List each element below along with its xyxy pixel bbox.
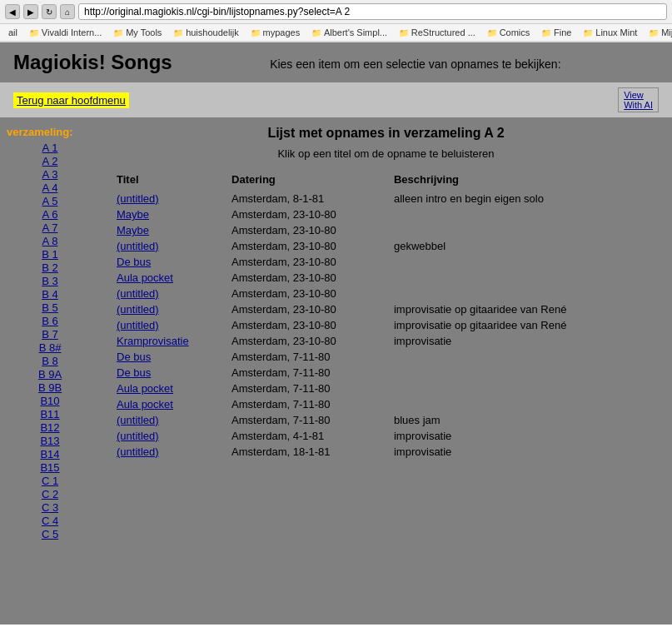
- sidebar-link[interactable]: A 3: [7, 168, 93, 181]
- bookmark-mijngroepen[interactable]: Mijn groepen ...: [645, 27, 672, 38]
- sidebar-link[interactable]: B 9B: [7, 381, 93, 394]
- song-desc-cell: [394, 270, 655, 286]
- sidebar-link[interactable]: B 9A: [7, 368, 93, 381]
- sidebar-links: A 1A 2A 3A 4A 5A 6A 7A 8B 1B 2B 3B 4B 5B…: [7, 142, 93, 540]
- song-title-link[interactable]: De bus: [117, 351, 151, 363]
- song-title-cell: (untitled): [117, 317, 231, 333]
- sidebar-link[interactable]: A 5: [7, 195, 93, 207]
- view-with-ai-button[interactable]: ViewWith AI: [618, 87, 659, 112]
- sidebar-link[interactable]: C 5: [7, 528, 93, 540]
- sidebar-link[interactable]: B 4: [7, 288, 93, 301]
- song-title-link[interactable]: (untitled): [117, 414, 159, 426]
- song-title-cell: Maybe: [117, 222, 231, 238]
- sidebar-link[interactable]: C 3: [7, 501, 93, 514]
- table-row: MaybeAmsterdam, 23-10-80: [117, 207, 655, 222]
- song-desc-cell: improvisatie op gitaaridee van René: [394, 317, 655, 333]
- sidebar-link[interactable]: B 7: [7, 328, 93, 341]
- song-date-cell: Amsterdam, 23-10-80: [231, 286, 394, 301]
- sidebar-link[interactable]: B13: [7, 435, 93, 447]
- sidebar-link[interactable]: B 5: [7, 301, 93, 314]
- sidebar-link[interactable]: C 4: [7, 515, 93, 527]
- bookmark-mail[interactable]: ail: [5, 27, 21, 38]
- bookmark-huishoudelijk[interactable]: huishoudelijk: [170, 27, 241, 38]
- sidebar-link[interactable]: A 2: [7, 155, 93, 167]
- song-title-link[interactable]: (untitled): [117, 192, 159, 205]
- song-title-link[interactable]: De bus: [117, 366, 151, 379]
- sidebar-link[interactable]: C 2: [7, 488, 93, 500]
- main-layout: verzameling: A 1A 2A 3A 4A 5A 6A 7A 8B 1…: [0, 117, 672, 549]
- song-title-link[interactable]: Kramprovisatie: [117, 335, 189, 347]
- sidebar-link[interactable]: B15: [7, 461, 93, 474]
- song-date-cell: Amsterdam, 23-10-80: [231, 222, 394, 238]
- song-title-link[interactable]: (untitled): [117, 445, 159, 458]
- bookmark-linuxmint[interactable]: Linux Mint: [580, 27, 640, 38]
- col-header-title: Titel: [117, 172, 231, 191]
- song-desc-cell: [394, 254, 655, 270]
- back-button[interactable]: ◀: [5, 4, 20, 19]
- sidebar-link[interactable]: B11: [7, 408, 93, 421]
- song-title-link[interactable]: Aula pocket: [117, 398, 173, 411]
- song-title-link[interactable]: Maybe: [117, 224, 149, 236]
- table-row: (untitled)Amsterdam, 23-10-80gekwebbel: [117, 238, 655, 254]
- bookmark-vivaldi[interactable]: Vivaldi Intern...: [26, 27, 105, 38]
- song-title-link[interactable]: Maybe: [117, 208, 149, 221]
- song-title-link[interactable]: Aula pocket: [117, 271, 173, 284]
- sidebar-link[interactable]: B12: [7, 421, 93, 434]
- browser-toolbar: ◀ ▶ ↻ ⌂: [0, 0, 672, 24]
- sidebar-link[interactable]: B 6: [7, 315, 93, 327]
- bookmark-fine[interactable]: Fine: [538, 27, 575, 38]
- sidebar-link[interactable]: A 6: [7, 208, 93, 221]
- sidebar-link[interactable]: A 8: [7, 235, 93, 247]
- song-date-cell: Amsterdam, 7-11-80: [231, 396, 394, 412]
- song-date-cell: Amsterdam, 23-10-80: [231, 207, 394, 222]
- song-title-link[interactable]: Aula pocket: [117, 382, 173, 395]
- song-title-link[interactable]: (untitled): [117, 240, 159, 252]
- bookmark-alberts[interactable]: Albert's Simpl...: [308, 27, 391, 38]
- sidebar-link[interactable]: B 2: [7, 261, 93, 274]
- song-date-cell: Amsterdam, 23-10-80: [231, 317, 394, 333]
- song-desc-cell: improvisatie op gitaaridee van René: [394, 301, 655, 317]
- song-title-link[interactable]: De bus: [117, 256, 151, 268]
- song-title-cell: (untitled): [117, 412, 231, 428]
- sidebar-link[interactable]: A 4: [7, 182, 93, 194]
- song-desc-cell: improvisatie: [394, 333, 655, 349]
- sidebar-link[interactable]: B14: [7, 448, 93, 460]
- song-title-cell: (untitled): [117, 301, 231, 317]
- sidebar-link[interactable]: C 1: [7, 475, 93, 487]
- sidebar-link[interactable]: B 8#: [7, 341, 93, 354]
- sidebar-link[interactable]: A 1: [7, 142, 93, 154]
- bookmark-mytools[interactable]: My Tools: [110, 27, 165, 38]
- content-subtitle: Klik op een titel om de opname te beluis…: [117, 147, 655, 160]
- sidebar-link[interactable]: A 7: [7, 221, 93, 234]
- table-row: (untitled)Amsterdam, 23-10-80improvisati…: [117, 301, 655, 317]
- sidebar-link[interactable]: B 8: [7, 355, 93, 367]
- song-title-link[interactable]: (untitled): [117, 430, 159, 442]
- url-bar[interactable]: [78, 3, 667, 20]
- page-title: Magiokis! Songs: [13, 51, 172, 74]
- song-desc-cell: [394, 365, 655, 381]
- table-header-row: Titel Datering Beschrijving: [117, 172, 655, 191]
- col-header-desc: Beschrijving: [394, 172, 655, 191]
- table-header: Titel Datering Beschrijving: [117, 172, 655, 191]
- song-title-link[interactable]: (untitled): [117, 303, 159, 316]
- sidebar-link[interactable]: B10: [7, 395, 93, 407]
- song-title-link[interactable]: (untitled): [117, 287, 159, 300]
- sidebar-link[interactable]: B 3: [7, 275, 93, 287]
- bookmark-comics[interactable]: Comics: [484, 27, 533, 38]
- song-desc-cell: [394, 381, 655, 396]
- forward-button[interactable]: ▶: [23, 4, 38, 19]
- song-title-cell: De bus: [117, 365, 231, 381]
- songs-tbody: (untitled)Amsterdam, 8-1-81alleen intro …: [117, 191, 655, 460]
- song-date-cell: Amsterdam, 7-11-80: [231, 349, 394, 365]
- home-button[interactable]: ⌂: [60, 4, 75, 19]
- back-link[interactable]: Terug naar hoofdmenu: [13, 92, 129, 108]
- bookmark-restructured[interactable]: ReStructured ...: [396, 27, 479, 38]
- reload-button[interactable]: ↻: [42, 4, 57, 19]
- song-date-cell: Amsterdam, 23-10-80: [231, 333, 394, 349]
- song-title-cell: De bus: [117, 349, 231, 365]
- song-desc-cell: blues jam: [394, 412, 655, 428]
- bookmark-mypages[interactable]: mypages: [247, 27, 303, 38]
- song-title-cell: Aula pocket: [117, 396, 231, 412]
- song-title-link[interactable]: (untitled): [117, 319, 159, 331]
- sidebar-link[interactable]: B 1: [7, 248, 93, 261]
